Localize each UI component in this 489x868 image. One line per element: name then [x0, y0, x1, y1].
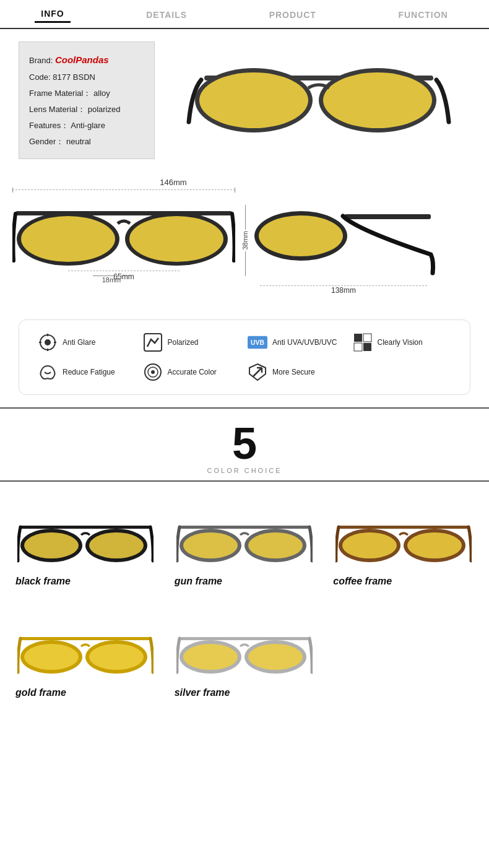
polarized-label: Polarized — [168, 338, 199, 347]
anti-uv-label: Anti UVA/UVB/UVC — [272, 338, 337, 347]
black-frame-image — [15, 513, 156, 568]
svg-point-7 — [21, 216, 115, 262]
svg-point-52 — [89, 644, 144, 670]
code-value: 8177 BSDN — [53, 72, 95, 82]
svg-point-28 — [151, 370, 155, 374]
gold-frame-label: gold frame — [15, 687, 66, 698]
color-count: 5 — [6, 421, 483, 466]
polarized-icon — [143, 332, 163, 352]
tab-details[interactable]: DETAILS — [140, 7, 193, 22]
svg-point-42 — [248, 532, 303, 558]
svg-point-11 — [259, 215, 343, 256]
svg-rect-33 — [20, 526, 150, 529]
gun-frame-image — [175, 513, 315, 568]
svg-rect-19 — [144, 334, 162, 351]
svg-point-57 — [248, 644, 303, 670]
anti-glare-label: Anti Glare — [63, 338, 95, 347]
svg-rect-38 — [180, 526, 309, 529]
svg-point-2 — [199, 72, 308, 128]
frames-grid-bottom: gold frame silver frame — [0, 605, 489, 723]
dim-146-label: 146mm — [68, 178, 279, 187]
gun-frame-label: gun frame — [175, 576, 222, 587]
anti-glare-icon — [38, 332, 58, 352]
accurate-color-icon — [143, 362, 163, 382]
svg-rect-48 — [20, 637, 150, 640]
lens-material-row: Lens Material： polarized — [29, 102, 144, 118]
feature-anti-uv: UVB Anti UVA/UVB/UVC — [248, 332, 347, 352]
svg-point-47 — [407, 532, 462, 558]
dim-18-label: 18mm — [93, 276, 130, 284]
frame-coffee: coffee frame — [324, 500, 483, 593]
gender-value: neutral — [66, 137, 91, 146]
svg-line-30 — [253, 368, 262, 376]
info-card: Brand: CoolPandas Code: 8177 BSDN Frame … — [19, 41, 155, 159]
frame-empty — [324, 612, 483, 705]
feature-polarized: Polarized — [143, 332, 242, 352]
svg-point-9 — [129, 216, 223, 262]
svg-point-50 — [24, 644, 79, 670]
dim-38-label: 38mm — [241, 230, 249, 251]
front-view-svg — [12, 193, 235, 273]
svg-rect-23 — [363, 334, 371, 342]
code-row: Code: 8177 BSDN — [29, 69, 144, 85]
brand-value: CoolPandas — [55, 54, 109, 65]
reduce-fatigue-icon — [38, 362, 58, 382]
brand-row: Brand: CoolPandas — [29, 51, 144, 69]
svg-point-4 — [323, 72, 432, 128]
frames-grid-top: black frame gun frame — [0, 488, 489, 605]
uv-icon: UVB — [248, 332, 267, 352]
feature-anti-glare: Anti Glare — [38, 332, 137, 352]
svg-point-40 — [183, 532, 238, 558]
frame-gold: gold frame — [6, 612, 165, 705]
features-section: Anti Glare Polarized UVB Anti UVA/UVB/UV… — [19, 319, 470, 395]
accurate-color-label: Accurate Color — [168, 368, 217, 376]
clearly-vision-icon — [353, 332, 373, 352]
main-product-image — [167, 41, 470, 147]
frame-black: black frame — [6, 500, 165, 593]
gender-row: Gender： neutral — [29, 134, 144, 150]
frame-material-value: alloy — [93, 89, 110, 98]
svg-point-37 — [89, 532, 144, 558]
svg-point-55 — [183, 644, 238, 670]
tab-product[interactable]: PRODUCT — [263, 7, 322, 22]
more-secure-icon — [248, 362, 267, 382]
feature-reduce-fatigue: Reduce Fatigue — [38, 362, 137, 382]
color-choice-section: 5 COLOR CHOICE — [0, 407, 489, 482]
svg-rect-22 — [354, 334, 362, 342]
features-grid: Anti Glare Polarized UVB Anti UVA/UVB/UV… — [38, 332, 451, 382]
svg-rect-24 — [354, 343, 362, 351]
color-choice-label: COLOR CHOICE — [6, 467, 483, 474]
more-secure-label: More Secure — [272, 368, 315, 376]
frame-silver: silver frame — [165, 612, 324, 705]
svg-rect-25 — [363, 343, 371, 351]
nav-tabs: INFO DETAILS PRODUCT FUNCTION — [0, 0, 489, 29]
svg-rect-53 — [180, 637, 309, 640]
frame-gun: gun frame — [165, 500, 324, 593]
gold-frame-image — [15, 624, 156, 680]
black-frame-label: black frame — [15, 576, 71, 587]
svg-rect-43 — [339, 526, 469, 529]
svg-point-35 — [24, 532, 79, 558]
feature-accurate-color: Accurate Color — [143, 362, 242, 382]
info-section: Brand: CoolPandas Code: 8177 BSDN Frame … — [0, 29, 489, 171]
reduce-fatigue-label: Reduce Fatigue — [63, 368, 115, 376]
svg-point-45 — [342, 532, 397, 558]
tab-info[interactable]: INFO — [35, 6, 70, 23]
side-view-svg — [251, 193, 443, 285]
svg-rect-12 — [344, 214, 431, 219]
feature-clearly-vision: Clearly Vision — [353, 332, 452, 352]
feature-more-secure: More Secure — [248, 362, 347, 382]
coffee-frame-image — [333, 513, 474, 568]
dim-138-label: 138mm — [260, 286, 427, 295]
main-glasses-svg — [186, 41, 452, 147]
tab-function[interactable]: FUNCTION — [392, 7, 454, 22]
dimensions-section: 146mm 18mm — [0, 171, 489, 307]
svg-point-14 — [45, 339, 51, 345]
features-value: Anti-glare — [71, 121, 105, 130]
frame-material-row: Frame Material： alloy — [29, 85, 144, 102]
coffee-frame-label: coffee frame — [333, 576, 392, 587]
features-row: Features： Anti-glare — [29, 118, 144, 134]
lens-material-value: polarized — [88, 105, 121, 114]
dim-138-container: 138mm — [254, 285, 477, 295]
silver-frame-image — [175, 624, 315, 680]
